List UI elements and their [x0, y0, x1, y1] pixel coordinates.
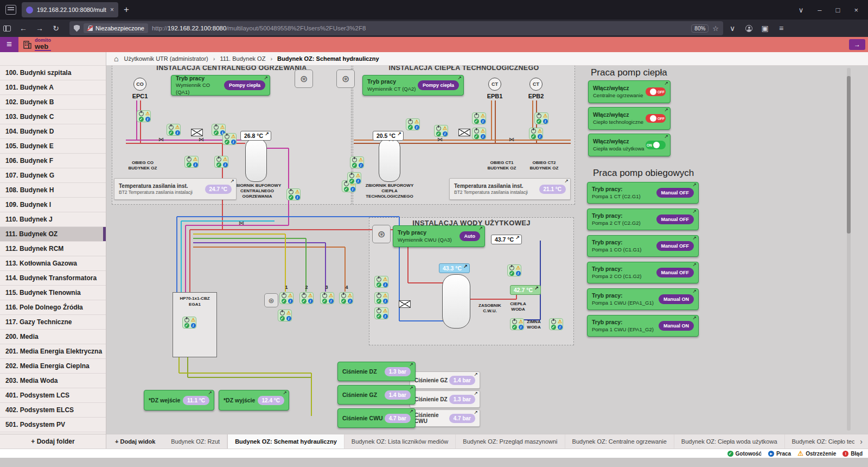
external-link-icon[interactable]: ↗: [464, 264, 468, 269]
heat-pump-unit-icon[interactable]: ⊛: [264, 293, 278, 307]
status-icon-cluster[interactable]: ⚠✓i: [137, 110, 151, 122]
status-icon-cluster[interactable]: ⚠✓i: [167, 124, 181, 136]
sidebar-item[interactable]: 401. Podsystem LCS: [0, 388, 106, 403]
view-tab[interactable]: Budynek OZ: Ciepła woda użytkowa: [674, 434, 785, 449]
new-tab-button[interactable]: +: [124, 4, 129, 15]
external-link-icon[interactable]: ↗: [409, 362, 413, 367]
sidebar-item[interactable]: 104. Budynek D: [0, 124, 106, 139]
external-link-icon[interactable]: ↗: [692, 315, 697, 320]
status-icon-cluster[interactable]: ⚠✓i: [510, 318, 524, 330]
sidebar-item[interactable]: 113. Kotłownia Gazowa: [0, 256, 106, 271]
view-tab[interactable]: Budynek OZ: Centralne ogrzewanie: [565, 434, 674, 449]
external-link-icon[interactable]: ↗: [230, 179, 234, 184]
sidebar-item[interactable]: 117. Gazy Techniczne: [0, 315, 106, 330]
menu-icon[interactable]: ≡: [774, 22, 788, 35]
external-link-icon[interactable]: ↗: [283, 390, 287, 395]
status-icon-cluster[interactable]: ⚠✓i: [534, 112, 548, 124]
external-link-icon[interactable]: ↗: [398, 131, 402, 136]
status-icon-cluster[interactable]: ⚠✓i: [214, 156, 228, 168]
external-link-icon[interactable]: ↗: [409, 386, 413, 390]
extensions-icon[interactable]: ▣: [758, 22, 772, 35]
external-link-icon[interactable]: ↗: [564, 179, 569, 184]
sidebar-item[interactable]: 114. Budynek Transformatora: [0, 271, 106, 286]
sidebar-item[interactable]: 103. Budynek C: [0, 110, 106, 124]
external-link-icon[interactable]: ↗: [265, 131, 270, 136]
manual-mode-button[interactable]: Manual OFF: [656, 268, 694, 277]
zoom-level-badge[interactable]: 80%: [691, 24, 709, 33]
status-icon-cluster[interactable]: ⚠✓i: [529, 128, 543, 140]
sidebar-item[interactable]: 102. Budynek B: [0, 95, 106, 110]
library-icon[interactable]: [5, 5, 16, 15]
bookmark-star-icon[interactable]: ☆: [712, 24, 719, 33]
manual-mode-button[interactable]: Manual ON: [659, 321, 694, 331]
sidebar-item[interactable]: 100. Budynki szpitala: [0, 66, 106, 80]
external-link-icon[interactable]: ↗: [692, 182, 697, 187]
sidebar-toggle-icon[interactable]: [0, 22, 14, 35]
heat-pump-unit-icon[interactable]: ⊛: [372, 225, 391, 243]
external-link-icon[interactable]: ↗: [664, 81, 668, 86]
window-minimize-icon[interactable]: –: [818, 6, 821, 14]
sidebar-item[interactable]: 111. Budynek OZ: [0, 227, 106, 242]
on-off-toggle[interactable]: OFF: [646, 87, 666, 96]
breadcrumb-item[interactable]: Budynek OZ: Schemat hydrauliczny: [277, 55, 379, 62]
browser-tab[interactable]: 192.168.22.100:8080/multilayou... ×: [22, 2, 118, 17]
status-icon-cluster[interactable]: ⚠✓i: [374, 276, 388, 288]
sidebar-item[interactable]: 106. Budynek F: [0, 154, 106, 168]
home-icon[interactable]: ⌂: [114, 54, 118, 63]
tab-close-icon[interactable]: ×: [110, 6, 114, 14]
status-icon-cluster[interactable]: ⚠✓i: [278, 310, 292, 321]
logout-button[interactable]: →: [849, 39, 865, 50]
external-link-icon[interactable]: ↗: [664, 108, 668, 112]
status-icon-cluster[interactable]: ⚠✓i: [406, 118, 420, 130]
tabs-overflow-chevron[interactable]: ›: [854, 437, 868, 446]
manual-mode-button[interactable]: Manual OFF: [656, 241, 694, 251]
external-link-icon[interactable]: ↗: [535, 286, 539, 291]
external-link-icon[interactable]: ↗: [516, 235, 520, 240]
external-link-icon[interactable]: ↗: [474, 391, 478, 396]
tab-list-chevron-icon[interactable]: ∨: [799, 6, 804, 14]
sidebar-item[interactable]: 202. Media Energia Cieplna: [0, 359, 106, 374]
status-icon-cluster[interactable]: ⚠✓i: [222, 133, 237, 145]
heat-pump-unit-icon[interactable]: ⊛: [336, 70, 355, 88]
external-link-icon[interactable]: ↗: [474, 372, 478, 377]
url-bar[interactable]: Niezabezpieczone http://192.168.22.100:8…: [69, 21, 723, 35]
window-maximize-icon[interactable]: □: [836, 6, 840, 14]
status-icon-cluster[interactable]: ⚠✓i: [507, 264, 521, 276]
sidebar-item[interactable]: 105. Budynek E: [0, 139, 106, 154]
scrollbar-thumb[interactable]: [847, 76, 851, 234]
status-icon-cluster[interactable]: ⚠✓i: [286, 188, 301, 200]
external-link-icon[interactable]: ↗: [457, 75, 462, 80]
breadcrumb-item[interactable]: 111. Budynek OZ: [220, 55, 277, 62]
external-link-icon[interactable]: ↗: [478, 226, 483, 231]
status-icon-cluster[interactable]: ⚠✓i: [184, 156, 199, 168]
sidebar-item[interactable]: 112. Budynek RCM: [0, 242, 106, 256]
sidebar-item[interactable]: 115. Budynek Tlenownia: [0, 286, 106, 300]
status-icon-cluster[interactable]: ⚠✓i: [339, 292, 353, 304]
external-link-icon[interactable]: ↗: [208, 390, 212, 395]
external-link-icon[interactable]: ↗: [692, 236, 697, 241]
sidebar-item[interactable]: 108. Budynek H: [0, 183, 106, 198]
on-off-toggle[interactable]: ON: [646, 141, 666, 149]
view-tab[interactable]: Budynek OZ: Schemat hydrauliczny: [227, 434, 344, 449]
canvas-scrollbar[interactable]: [847, 68, 851, 431]
hamburger-menu-button[interactable]: ≡: [0, 37, 18, 52]
ct-mode-button[interactable]: Pompy ciepła: [418, 80, 459, 90]
status-icon-cluster[interactable]: ⚠✓i: [320, 292, 334, 304]
status-icon-cluster[interactable]: ⚠✓i: [472, 112, 486, 124]
status-icon-cluster[interactable]: ⚠✓i: [350, 156, 364, 168]
back-icon[interactable]: ←: [16, 22, 30, 35]
sidebar-item[interactable]: 201. Media Energia Elektryczna: [0, 344, 106, 359]
status-icon-cluster[interactable]: ⚠✓i: [347, 172, 361, 184]
sidebar-item[interactable]: 101. Budynek A: [0, 80, 106, 95]
external-link-icon[interactable]: ↗: [474, 410, 478, 415]
external-link-icon[interactable]: ↗: [264, 75, 268, 80]
manual-mode-button[interactable]: Manual OFF: [656, 188, 694, 198]
view-tab[interactable]: Budynek OZ: Lista liczników mediów: [344, 434, 456, 449]
security-badge[interactable]: Niezabezpieczone: [84, 23, 148, 33]
status-icon-cluster[interactable]: ⚠✓i: [472, 128, 486, 140]
status-icon-cluster[interactable]: ⚠✓i: [182, 317, 196, 329]
sidebar-item[interactable]: 107. Budynek G: [0, 168, 106, 183]
status-icon-cluster[interactable]: ⚠✓i: [549, 318, 563, 330]
pocket-icon[interactable]: ∨: [725, 22, 739, 35]
sidebar-item[interactable]: 116. Pole Dolnego Źródła: [0, 300, 106, 315]
